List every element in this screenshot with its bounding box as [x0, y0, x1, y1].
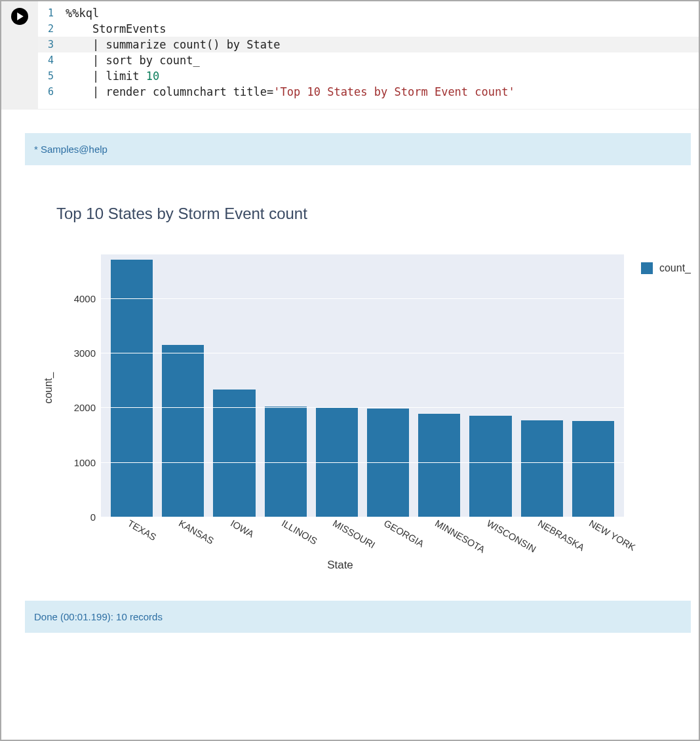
line-number: 1 — [38, 5, 66, 21]
code-line[interactable]: 1%%kql — [38, 5, 699, 21]
code-line[interactable]: 2 StormEvents — [38, 21, 699, 37]
connection-banner: * Samples@help — [25, 133, 691, 165]
bar-wrap: KANSAS — [157, 345, 208, 517]
code-text: | summarize count() by State — [66, 37, 281, 52]
code-text: | limit 10 — [66, 68, 159, 84]
line-number: 3 — [38, 37, 66, 52]
gridline — [101, 298, 624, 299]
x-tick-label: TEXAS — [126, 518, 158, 543]
code-text: | render columnchart title='Top 10 State… — [66, 84, 515, 100]
x-axis-label: State — [56, 559, 624, 572]
bar-wrap: NEW YORK — [568, 421, 619, 517]
bar-wrap: MINNESOTA — [414, 414, 465, 517]
y-axis-label: count_ — [43, 372, 54, 404]
x-tick-label: WISCONSIN — [485, 518, 538, 555]
chart-title: Top 10 States by Storm Event count — [56, 205, 691, 223]
chart-plot[interactable]: count_ TEXASKANSASIOWAILLINOISMISSOURIGE… — [56, 254, 624, 572]
code-line[interactable]: 3 | summarize count() by State — [38, 37, 699, 52]
line-number: 6 — [38, 84, 66, 100]
x-tick-label: IOWA — [229, 518, 256, 540]
chart-container: Top 10 States by Storm Event count count… — [25, 205, 691, 572]
bar-wrap: WISCONSIN — [465, 416, 516, 517]
x-tick-label: NEW YORK — [587, 518, 637, 553]
code-text: %%kql — [66, 5, 99, 21]
x-tick-label: ILLINOIS — [280, 518, 319, 547]
bar[interactable] — [521, 420, 563, 517]
x-tick-label: MINNESOTA — [433, 518, 487, 555]
legend-swatch — [641, 262, 653, 274]
code-line[interactable]: 5 | limit 10 — [38, 68, 699, 84]
code-text: | sort by count_ — [66, 52, 200, 68]
bar[interactable] — [162, 345, 204, 517]
code-line[interactable]: 6 | render columnchart title='Top 10 Sta… — [38, 84, 699, 100]
gridline — [101, 462, 624, 463]
plot-background: TEXASKANSASIOWAILLINOISMISSOURIGEORGIAMI… — [101, 254, 624, 517]
x-tick-label: NEBRASKA — [536, 518, 586, 553]
bar[interactable] — [469, 416, 511, 517]
run-button[interactable] — [11, 8, 28, 25]
bar[interactable] — [572, 421, 614, 517]
code-line[interactable]: 4 | sort by count_ — [38, 52, 699, 68]
x-tick-label: KANSAS — [177, 518, 216, 546]
bar-wrap: NEBRASKA — [516, 420, 568, 517]
code-text: StormEvents — [66, 21, 166, 37]
gridline — [101, 517, 624, 517]
y-tick-label: 1000 — [74, 456, 96, 468]
y-tick-label: 4000 — [74, 292, 96, 304]
y-tick-label: 2000 — [74, 402, 96, 413]
status-banner: Done (00:01.199): 10 records — [25, 601, 691, 633]
chart-legend[interactable]: count_ — [641, 254, 691, 274]
cell-input-area: 1%%kql2 StormEvents3 | summarize count()… — [1, 1, 699, 110]
x-tick-label: MISSOURI — [331, 518, 377, 551]
bar[interactable] — [418, 414, 460, 517]
y-tick-label: 3000 — [74, 348, 96, 359]
line-number: 2 — [38, 21, 66, 37]
cell-output-area: * Samples@help Top 10 States by Storm Ev… — [1, 110, 699, 641]
run-gutter — [1, 1, 38, 109]
bar[interactable] — [213, 390, 255, 517]
play-icon — [16, 12, 24, 20]
legend-label: count_ — [659, 262, 691, 274]
bar-wrap: IOWA — [208, 390, 260, 517]
code-editor[interactable]: 1%%kql2 StormEvents3 | summarize count()… — [38, 1, 699, 109]
notebook-cell: 1%%kql2 StormEvents3 | summarize count()… — [1, 1, 699, 641]
line-number: 5 — [38, 68, 66, 84]
gridline — [101, 353, 624, 353]
line-number: 4 — [38, 52, 66, 68]
x-tick-label: GEORGIA — [382, 518, 426, 550]
gridline — [101, 407, 624, 408]
y-tick-label: 0 — [90, 511, 96, 523]
